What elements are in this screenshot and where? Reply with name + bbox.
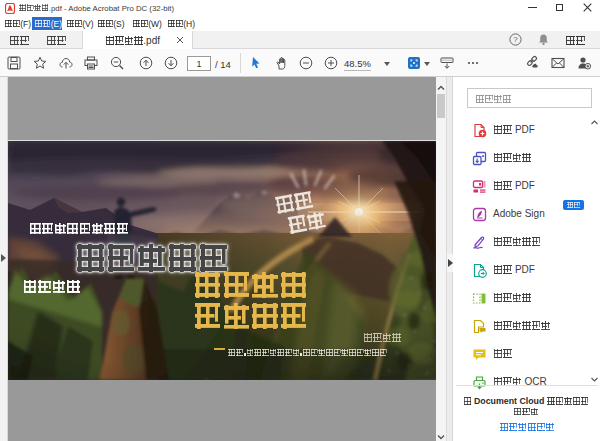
svg-text:?: ?	[513, 35, 518, 44]
